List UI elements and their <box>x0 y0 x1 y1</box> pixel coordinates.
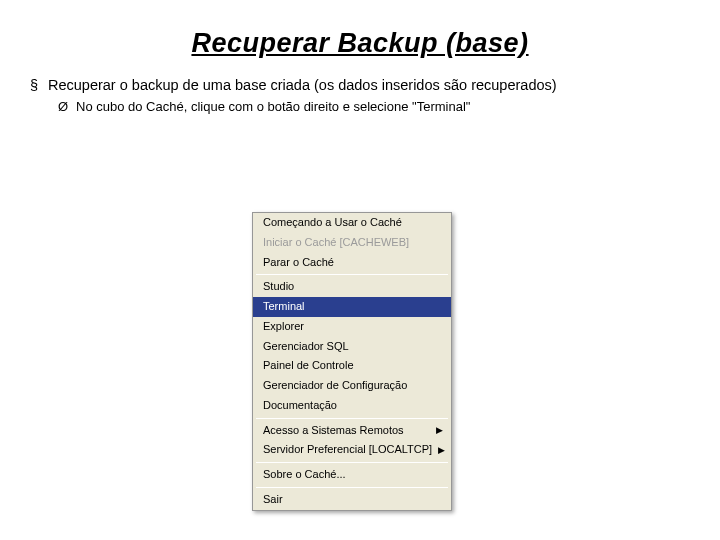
menu-separator <box>256 418 448 419</box>
chevron-right-icon: ▶ <box>438 445 445 456</box>
main-bullet-text: Recuperar o backup de uma base criada (o… <box>48 77 557 93</box>
menu-separator <box>256 487 448 488</box>
sub-bullet-text: No cubo do Caché, clique com o botão dir… <box>76 99 470 114</box>
menu-item-explorer[interactable]: Explorer <box>253 317 451 337</box>
menu-item-documentacao[interactable]: Documentação <box>253 396 451 416</box>
menu-item-studio[interactable]: Studio <box>253 277 451 297</box>
menu-item-painel[interactable]: Painel de Controle <box>253 356 451 376</box>
menu-item-terminal[interactable]: Terminal <box>253 297 451 317</box>
bullet-symbol: § <box>30 77 48 93</box>
menu-item-gerenciador-sql[interactable]: Gerenciador SQL <box>253 337 451 357</box>
menu-item-parar[interactable]: Parar o Caché <box>253 253 451 273</box>
sub-bullet: Ø No cubo do Caché, clique com o botão d… <box>58 99 690 114</box>
menu-separator <box>256 274 448 275</box>
menu-item-comecando[interactable]: Começando a Usar o Caché <box>253 213 451 233</box>
page-title: Recuperar Backup (base) <box>0 28 720 59</box>
menu-item-iniciar: Iniciar o Caché [CACHEWEB] <box>253 233 451 253</box>
context-menu[interactable]: Começando a Usar o Caché Iniciar o Caché… <box>252 212 452 511</box>
menu-separator <box>256 462 448 463</box>
main-bullet: § Recuperar o backup de uma base criada … <box>30 77 690 93</box>
menu-item-servidor-pref[interactable]: Servidor Preferencial [LOCALTCP] ▶ <box>253 440 451 460</box>
sub-bullet-symbol: Ø <box>58 99 76 114</box>
menu-item-acesso-remoto[interactable]: Acesso a Sistemas Remotos ▶ <box>253 421 451 441</box>
menu-item-sair[interactable]: Sair <box>253 490 451 510</box>
menu-item-sobre[interactable]: Sobre o Caché... <box>253 465 451 485</box>
menu-item-gerenciador-config[interactable]: Gerenciador de Configuração <box>253 376 451 396</box>
chevron-right-icon: ▶ <box>436 425 443 436</box>
